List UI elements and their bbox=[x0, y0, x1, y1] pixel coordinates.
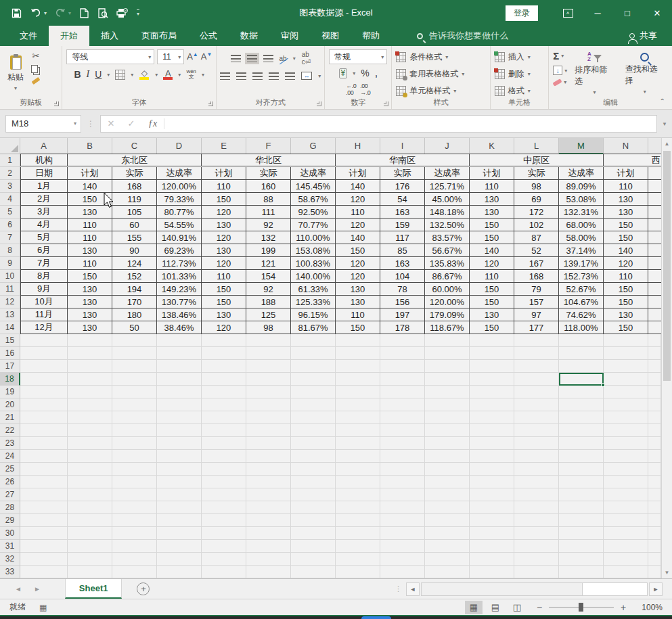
data-cell[interactable]: 125.71% bbox=[425, 180, 470, 193]
data-cell[interactable]: 111 bbox=[246, 206, 291, 219]
wrap-text-icon[interactable]: abc⏎ bbox=[302, 51, 311, 66]
empty-cell[interactable] bbox=[157, 488, 202, 501]
data-cell[interactable]: 102 bbox=[514, 219, 559, 231]
empty-cell[interactable] bbox=[202, 424, 246, 437]
empty-cell[interactable] bbox=[425, 450, 470, 463]
empty-cell[interactable] bbox=[425, 540, 470, 553]
data-cell[interactable]: 52.67% bbox=[559, 283, 604, 296]
data-cell[interactable]: 118.67% bbox=[425, 321, 470, 334]
shrink-font-icon[interactable]: A▼ bbox=[201, 51, 212, 62]
empty-cell[interactable] bbox=[336, 411, 380, 424]
empty-cell[interactable] bbox=[380, 463, 425, 476]
empty-cell[interactable] bbox=[380, 398, 425, 411]
ribbon-tab-审阅[interactable]: 审阅 bbox=[269, 26, 310, 46]
column-header-G[interactable]: G bbox=[291, 138, 336, 154]
data-partial-cell[interactable] bbox=[648, 257, 661, 270]
data-cell[interactable]: 160 bbox=[246, 180, 291, 193]
empty-cell[interactable] bbox=[336, 347, 380, 360]
increase-decimal-icon[interactable]: ←.0.00 bbox=[346, 83, 356, 96]
empty-cell[interactable] bbox=[112, 450, 157, 463]
empty-cell[interactable] bbox=[202, 360, 246, 373]
empty-cell[interactable] bbox=[246, 540, 291, 553]
empty-cell[interactable] bbox=[604, 360, 648, 373]
column-header-D[interactable]: D bbox=[157, 138, 202, 154]
empty-cell[interactable] bbox=[68, 488, 112, 501]
row-header-16[interactable]: 16 bbox=[0, 347, 20, 360]
empty-cell[interactable] bbox=[559, 553, 604, 566]
top-align-icon[interactable] bbox=[231, 55, 241, 62]
empty-cell[interactable] bbox=[380, 411, 425, 424]
data-cell[interactable]: 150 bbox=[68, 270, 112, 283]
empty-cell[interactable] bbox=[559, 437, 604, 450]
row-header-18[interactable]: 18 bbox=[0, 373, 20, 386]
clipboard-dialog-launcher-icon[interactable] bbox=[54, 101, 59, 106]
data-cell[interactable]: 150 bbox=[604, 321, 648, 334]
data-cell[interactable]: 121 bbox=[246, 257, 291, 270]
empty-cell[interactable] bbox=[604, 411, 648, 424]
orientation-icon[interactable]: ab bbox=[279, 55, 287, 62]
font-size-select[interactable]: 11▾ bbox=[157, 49, 184, 64]
empty-cell[interactable] bbox=[202, 488, 246, 501]
page-layout-view-icon[interactable]: ▤ bbox=[487, 601, 504, 614]
empty-cell[interactable] bbox=[514, 450, 559, 463]
empty-cell[interactable] bbox=[604, 334, 648, 347]
row-header-13[interactable]: 13 bbox=[0, 308, 20, 321]
row-header-30[interactable]: 30 bbox=[0, 527, 20, 540]
data-cell[interactable]: 50 bbox=[112, 321, 157, 334]
data-cell[interactable]: 130 bbox=[68, 244, 112, 257]
empty-cell[interactable] bbox=[648, 411, 661, 424]
empty-cell[interactable] bbox=[470, 334, 514, 347]
empty-cell[interactable] bbox=[202, 334, 246, 347]
empty-cell[interactable] bbox=[20, 514, 68, 527]
data-cell[interactable]: 150 bbox=[470, 219, 514, 231]
empty-cell[interactable] bbox=[425, 553, 470, 566]
page-break-view-icon[interactable]: ◫ bbox=[508, 601, 526, 614]
empty-cell[interactable] bbox=[291, 386, 336, 398]
data-cell[interactable]: 130 bbox=[202, 244, 246, 257]
empty-cell[interactable] bbox=[157, 360, 202, 373]
find-select-button[interactable]: 查找和选择 ▾ bbox=[622, 49, 668, 97]
empty-cell[interactable] bbox=[202, 450, 246, 463]
empty-cell[interactable] bbox=[68, 398, 112, 411]
data-cell[interactable]: 83.57% bbox=[425, 231, 470, 244]
sheet-tab-sheet1[interactable]: Sheet1 bbox=[65, 579, 122, 599]
empty-cell[interactable] bbox=[246, 373, 291, 386]
empty-cell[interactable] bbox=[559, 514, 604, 527]
data-cell[interactable]: 110 bbox=[470, 180, 514, 193]
data-cell[interactable]: 98 bbox=[246, 321, 291, 334]
data-cell[interactable]: 120 bbox=[202, 257, 246, 270]
data-cell[interactable]: 92.50% bbox=[291, 206, 336, 219]
row-header-21[interactable]: 21 bbox=[0, 411, 20, 424]
active-cell-selection[interactable] bbox=[559, 373, 604, 386]
empty-cell[interactable] bbox=[470, 437, 514, 450]
empty-cell[interactable] bbox=[604, 347, 648, 360]
empty-cell[interactable] bbox=[20, 463, 68, 476]
empty-cell[interactable] bbox=[112, 540, 157, 553]
quick-print-icon[interactable] bbox=[116, 7, 128, 19]
empty-cell[interactable] bbox=[68, 411, 112, 424]
data-cell[interactable]: 110 bbox=[336, 308, 380, 321]
empty-cell[interactable] bbox=[648, 527, 661, 540]
comma-style-icon[interactable]: , bbox=[375, 70, 378, 76]
empty-cell[interactable] bbox=[604, 501, 648, 514]
borders-dropdown-icon[interactable]: ▾ bbox=[131, 72, 133, 78]
empty-cell[interactable] bbox=[470, 476, 514, 488]
empty-cell[interactable] bbox=[157, 424, 202, 437]
month-cell[interactable]: 1月 bbox=[20, 180, 68, 193]
ribbon-tab-数据[interactable]: 数据 bbox=[229, 26, 269, 46]
empty-cell[interactable] bbox=[380, 553, 425, 566]
merge-center-icon[interactable]: ↔ bbox=[301, 72, 312, 80]
empty-cell[interactable] bbox=[291, 488, 336, 501]
empty-cell[interactable] bbox=[68, 373, 112, 386]
empty-cell[interactable] bbox=[559, 540, 604, 553]
print-preview-icon[interactable] bbox=[97, 7, 109, 19]
data-cell[interactable]: 140 bbox=[604, 244, 648, 257]
row-header-32[interactable]: 32 bbox=[0, 553, 20, 566]
data-cell[interactable]: 101.33% bbox=[157, 270, 202, 283]
row-header-33[interactable]: 33 bbox=[0, 566, 20, 578]
empty-cell[interactable] bbox=[559, 386, 604, 398]
data-cell[interactable]: 85 bbox=[380, 244, 425, 257]
empty-cell[interactable] bbox=[112, 347, 157, 360]
data-cell[interactable]: 140.00% bbox=[291, 270, 336, 283]
empty-cell[interactable] bbox=[202, 514, 246, 527]
